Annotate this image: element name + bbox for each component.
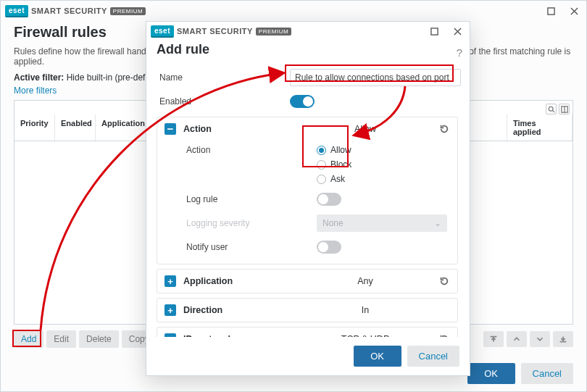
move-top-button[interactable] [483, 331, 504, 347]
rule-name-input[interactable] [290, 69, 461, 86]
active-filter-label: Active filter: [14, 72, 64, 83]
expand-icon[interactable]: + [165, 304, 176, 316]
log-rule-label: Log rule [186, 194, 317, 204]
brand-pill: eset [5, 5, 28, 17]
main-ok-button[interactable]: OK [467, 363, 515, 384]
action-section-title: Action [183, 124, 292, 134]
move-down-button[interactable] [530, 331, 550, 347]
svg-rect-0 [547, 7, 554, 14]
radio-ask-label: Ask [330, 174, 345, 184]
add-button[interactable]: Add [14, 330, 43, 348]
name-label: Name [159, 72, 290, 83]
add-rule-dialog: eset SMART SECURITY PREMIUM Add rule ? N… [146, 21, 470, 376]
radio-allow[interactable]: Allow [317, 145, 351, 155]
main-titlebar: eset SMART SECURITY PREMIUM [1, 1, 586, 21]
window-maximize-icon[interactable] [543, 4, 559, 17]
logging-severity-value: None [322, 218, 344, 228]
move-up-button[interactable] [507, 331, 527, 347]
reset-icon[interactable] [438, 333, 450, 337]
collapse-icon[interactable]: − [165, 123, 176, 135]
action-radio-group: Allow Block Ask [317, 145, 351, 184]
col-times-applied[interactable]: Times applied [507, 114, 573, 141]
svg-rect-3 [430, 28, 437, 34]
more-filters-link[interactable]: More filters [14, 86, 57, 96]
dialog-titlebar: eset SMART SECURITY PREMIUM [146, 22, 470, 41]
notify-user-label: Notify user [186, 242, 317, 252]
brand-badge: PREMIUM [110, 7, 146, 15]
ip-section-value: TCP & UDP [299, 334, 431, 337]
search-icon[interactable] [546, 104, 557, 114]
move-bottom-button[interactable] [553, 331, 573, 347]
edit-button[interactable]: Edit [46, 330, 76, 348]
dialog-brand-pill: eset [151, 25, 174, 38]
log-rule-toggle[interactable] [317, 193, 341, 206]
dialog-brand-badge: PREMIUM [256, 28, 291, 36]
enabled-toggle[interactable] [290, 95, 315, 108]
radio-ask[interactable]: Ask [317, 174, 351, 184]
enabled-label: Enabled [159, 96, 290, 107]
main-cancel-button[interactable]: Cancel [521, 363, 573, 384]
delete-button[interactable]: Delete [79, 330, 119, 348]
brand-name: SMART SECURITY [31, 7, 107, 15]
dialog-ok-button[interactable]: OK [354, 346, 401, 367]
svg-point-1 [549, 107, 553, 111]
direction-section-value: In [299, 305, 431, 315]
radio-block-label: Block [330, 159, 351, 170]
direction-section[interactable]: + Direction In [157, 298, 458, 322]
dialog-cancel-button[interactable]: Cancel [407, 346, 459, 367]
application-section[interactable]: + Application Any [157, 269, 458, 293]
col-priority[interactable]: Priority [14, 114, 55, 141]
dialog-brand-name: SMART SECURITY [177, 27, 253, 36]
help-icon[interactable]: ? [457, 46, 462, 59]
chevron-down-icon: ⌄ [434, 218, 441, 228]
radio-block[interactable]: Block [317, 159, 351, 170]
application-section-value: Any [299, 276, 431, 286]
dialog-maximize-icon[interactable] [426, 25, 442, 38]
action-section-summary: Allow [299, 124, 431, 134]
window-close-icon[interactable] [566, 4, 582, 17]
ip-section-title: IP protocol [183, 334, 292, 337]
reset-icon[interactable] [438, 123, 450, 135]
brand-logo: eset SMART SECURITY PREMIUM [5, 5, 146, 17]
action-section: − Action Allow Action Allow Block Ask [157, 117, 458, 264]
logging-severity-label: Logging severity [186, 218, 317, 228]
expand-icon[interactable]: + [165, 275, 176, 287]
col-enabled[interactable]: Enabled [55, 114, 96, 141]
application-section-title: Application [183, 276, 292, 286]
action-label: Action [186, 145, 317, 155]
dialog-close-icon[interactable] [449, 25, 465, 38]
expand-icon[interactable]: + [165, 333, 176, 337]
dialog-brand: eset SMART SECURITY PREMIUM [151, 25, 291, 38]
radio-allow-label: Allow [330, 145, 351, 155]
notify-user-toggle[interactable] [317, 241, 341, 254]
ip-protocol-section[interactable]: + IP protocol TCP & UDP [157, 327, 458, 337]
main-window: eset SMART SECURITY PREMIUM Firewall rul… [0, 0, 587, 392]
logging-severity-select: None ⌄ [317, 214, 447, 232]
reset-icon[interactable] [438, 275, 450, 287]
dialog-title: Add rule [146, 41, 220, 64]
direction-section-title: Direction [183, 305, 292, 315]
columns-icon[interactable] [559, 104, 570, 114]
